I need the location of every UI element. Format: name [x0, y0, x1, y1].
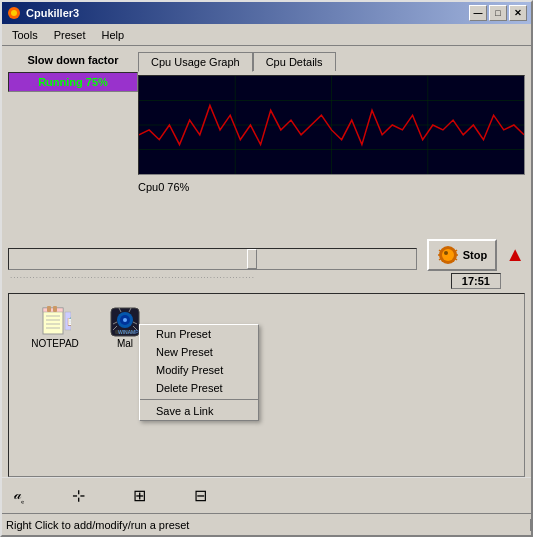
tab-cpu-details[interactable]: Cpu Details	[253, 52, 336, 71]
time-display: 17:51	[451, 273, 501, 289]
context-menu-separator	[140, 399, 258, 400]
left-panel: Slow down factor Running 75%	[8, 52, 138, 235]
running-indicator: Running 75%	[8, 72, 138, 92]
notepad-label: NOTEPAD	[31, 338, 79, 349]
status-bar: Right Click to add/modify/run a preset	[2, 513, 531, 535]
stop-button[interactable]: Stop	[427, 239, 497, 271]
tab-cpu-usage-graph[interactable]: Cpu Usage Graph	[138, 52, 253, 72]
window-title: Cpukiller3	[26, 7, 79, 19]
svg-text:WINAMP: WINAMP	[118, 329, 139, 335]
cpu-graph-svg	[139, 76, 524, 174]
context-menu-save-link[interactable]: Save a Link	[140, 402, 258, 420]
title-bar: Cpukiller3 — □ ✕	[2, 2, 531, 24]
toolbar-btn-1[interactable]: 𝒶ₑ	[10, 484, 28, 507]
title-buttons: — □ ✕	[469, 5, 527, 21]
context-menu-run-preset[interactable]: Run Preset	[140, 325, 258, 343]
mal-label: Mal	[117, 338, 133, 349]
toolbar-btn-3[interactable]: ⊞	[129, 484, 150, 507]
cpu-graph-container	[138, 75, 525, 175]
stop-icon	[437, 244, 459, 266]
menu-preset[interactable]: Preset	[46, 27, 94, 43]
bottom-toolbar: 𝒶ₑ ⊹ ⊞ ⊟	[2, 477, 531, 513]
svg-point-10	[444, 251, 448, 255]
toolbar-icon-2: ⊹	[72, 486, 85, 505]
toolbar-btn-2[interactable]: ⊹	[68, 484, 89, 507]
context-menu-modify-preset[interactable]: Modify Preset	[140, 361, 258, 379]
maximize-button[interactable]: □	[489, 5, 507, 21]
context-menu-delete-preset[interactable]: Delete Preset	[140, 379, 258, 397]
slow-down-label: Slow down factor	[8, 52, 138, 68]
status-text: Right Click to add/modify/run a preset	[2, 519, 531, 531]
close-button[interactable]: ✕	[509, 5, 527, 21]
context-menu: Run Preset New Preset Modify Preset Dele…	[139, 324, 259, 421]
toolbar-icon-1: 𝒶ₑ	[14, 486, 24, 505]
menu-help[interactable]: Help	[93, 27, 132, 43]
main-area: Slow down factor Running 75% Cpu Usage G…	[2, 46, 531, 235]
mal-icon: WINAMP	[109, 306, 141, 338]
controls-row: ........................................…	[2, 235, 531, 293]
menu-tools[interactable]: Tools	[4, 27, 46, 43]
svg-point-30	[123, 318, 127, 322]
stop-label: Stop	[463, 249, 487, 261]
app-icon	[6, 5, 22, 21]
svg-text:📋: 📋	[66, 316, 71, 326]
icon-notepad[interactable]: 📋 NOTEPAD	[25, 306, 85, 349]
progress-dots: ........................................…	[8, 272, 417, 280]
icons-area[interactable]: 📋 NOTEPAD WINAMP Mal	[8, 293, 525, 478]
slowdown-slider[interactable]	[8, 248, 417, 270]
svg-point-1	[11, 10, 17, 16]
right-panel: Cpu Usage Graph Cpu Details Cpu0	[138, 52, 525, 235]
toolbar-icon-4: ⊟	[194, 486, 207, 505]
main-window: Cpukiller3 — □ ✕ Tools Preset Help Slow …	[0, 0, 533, 537]
menu-bar: Tools Preset Help	[2, 24, 531, 46]
svg-point-9	[442, 249, 454, 261]
tab-bar: Cpu Usage Graph Cpu Details	[138, 52, 525, 71]
context-menu-new-preset[interactable]: New Preset	[140, 343, 258, 361]
toolbar-btn-4[interactable]: ⊟	[190, 484, 211, 507]
svg-rect-24	[53, 306, 57, 312]
svg-rect-23	[47, 306, 51, 312]
cpu-label: Cpu0 76%	[138, 179, 525, 195]
up-arrow-icon[interactable]: ▲	[505, 243, 525, 266]
title-bar-title: Cpukiller3	[6, 5, 79, 21]
minimize-button[interactable]: —	[469, 5, 487, 21]
notepad-icon: 📋	[39, 306, 71, 338]
toolbar-icon-3: ⊞	[133, 486, 146, 505]
